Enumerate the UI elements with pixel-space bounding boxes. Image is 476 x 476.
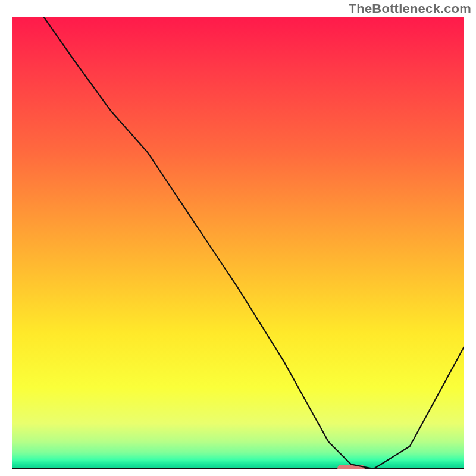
bottleneck-chart [12,17,464,469]
chart-svg [12,17,464,469]
watermark-text: TheBottleneck.com [349,1,471,17]
bottleneck-curve-path [43,17,464,469]
